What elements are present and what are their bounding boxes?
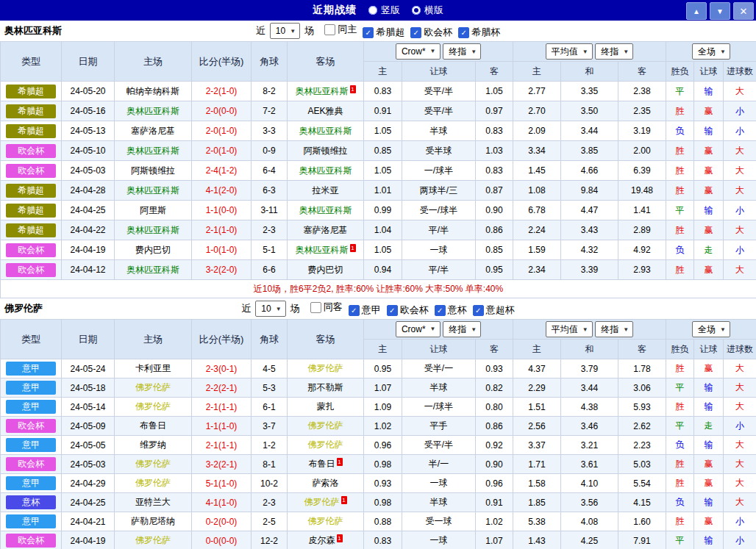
final-odds-select-2[interactable]: 终指 ▼	[595, 321, 633, 337]
away-odds-cell: 0.96	[476, 474, 513, 493]
odds-company-select[interactable]: Crow* ▼	[396, 43, 441, 60]
close-button[interactable]: ✕	[733, 2, 754, 20]
home-team-cell: 帕纳辛纳科斯	[115, 82, 192, 101]
league-cell: 意甲	[1, 359, 62, 378]
avg-away-cell: 5.54	[618, 474, 666, 493]
handicap-result-cell: 输	[694, 82, 724, 101]
col-date: 日期	[62, 42, 115, 82]
col-score: 比分(半场)	[192, 320, 252, 359]
move-down-button[interactable]: ▼	[710, 2, 730, 20]
handicap-cell: 半球	[402, 493, 476, 512]
avg-draw-cell: 3.79	[561, 359, 618, 378]
col-result: 胜负	[666, 340, 694, 359]
away-odds-cell: 0.83	[476, 161, 513, 181]
team-label: 佛罗伦萨	[135, 382, 171, 392]
col-home: 主场	[115, 42, 192, 82]
league-badge: 希腊超	[6, 124, 56, 138]
away-odds-cell: 1.07	[476, 531, 513, 549]
team-label: 奥林匹亚科斯	[126, 106, 179, 116]
layout-radio-horizontal[interactable]: 横版	[412, 4, 443, 17]
result-cell: 平	[666, 531, 694, 549]
final-odds-select[interactable]: 终指 ▼	[443, 321, 481, 337]
filter-checkbox[interactable]: ✓欧会杯	[410, 26, 452, 39]
match-row: 希腊超24-05-20帕纳辛纳科斯2-2(1-0)8-2奥林匹亚科斯10.83受…	[1, 82, 756, 101]
col-avg-home: 主	[513, 340, 561, 359]
match-row: 希腊超24-05-13塞萨洛尼基2-0(1-0)3-3奥林匹亚科斯1.05半球0…	[1, 121, 756, 141]
league-cell: 希腊超	[1, 220, 62, 240]
move-up-button[interactable]: ▲	[686, 2, 707, 20]
result-cell: 负	[666, 240, 694, 260]
col-handicap: 让球	[402, 62, 476, 82]
team-label: 费内巴切	[135, 245, 171, 255]
filter-checkbox[interactable]: ✓欧会杯	[387, 304, 429, 317]
match-row: 意杯24-04-25亚特兰大4-1(1-0)2-3佛罗伦萨10.98半球0.91…	[1, 493, 756, 512]
odds-company-value: Crow*	[402, 46, 426, 57]
team-label: 佛罗伦萨	[135, 478, 171, 488]
average-select[interactable]: 平均值 ▼	[546, 321, 593, 337]
filter-checkbox[interactable]: ✓意杯	[435, 304, 467, 317]
league-badge: 希腊超	[6, 223, 56, 237]
col-avg-draw: 和	[561, 340, 618, 359]
match-count-select[interactable]: 10 ▼	[270, 23, 300, 39]
filter-checkbox[interactable]: 同主	[324, 23, 357, 36]
scope-header-cell: 全场 ▼	[666, 320, 756, 340]
avg-draw-cell: 3.39	[561, 260, 618, 280]
handicap-result-cell: 赢	[694, 101, 724, 121]
filter-checkbox[interactable]: ✓希腊杯	[458, 26, 500, 39]
col-corner: 角球	[252, 320, 288, 359]
match-row: 意甲24-04-29佛罗伦萨5-1(1-0)10-2萨索洛0.93一球0.961…	[1, 474, 756, 493]
filter-checkbox[interactable]: ✓意甲	[349, 304, 381, 317]
scope-select[interactable]: 全场 ▼	[692, 321, 730, 337]
league-cell: 意甲	[1, 436, 62, 455]
league-badge: 意甲	[6, 438, 56, 452]
home-odds-cell: 0.96	[364, 436, 402, 455]
filter-checkbox[interactable]: 同客	[310, 301, 343, 314]
date-cell: 24-04-19	[62, 240, 115, 260]
filter-checkbox[interactable]: ✓希腊超	[363, 26, 404, 39]
team-label: 亚特兰大	[135, 497, 171, 507]
avg-away-cell: 4.15	[618, 493, 666, 512]
red-card-icon: 1	[350, 244, 356, 252]
corner-cell: 6-4	[252, 161, 288, 181]
team-label: 佛罗伦萨	[135, 401, 171, 412]
team-label: 佛罗伦萨	[308, 439, 343, 450]
team-label: 奥林匹亚科斯	[296, 245, 349, 255]
goals-result-cell: 小	[724, 240, 756, 260]
filter-checkbox[interactable]: ✓意超杯	[473, 304, 515, 317]
avg-away-cell: 1.60	[618, 512, 666, 531]
handicap-result-cell: 输	[694, 201, 724, 220]
match-row: 欧会杯24-04-19佛罗伦萨0-0(0-0)12-2皮尔森10.83一球1.0…	[1, 531, 756, 549]
home-team-cell: 阿里斯	[115, 201, 192, 220]
corner-cell: 8-1	[252, 455, 288, 474]
near-label: 近	[256, 24, 265, 37]
league-badge: 欧会杯	[6, 144, 56, 158]
avg-away-cell: 1.78	[618, 359, 666, 378]
final-odds-select-2[interactable]: 终指 ▼	[595, 43, 633, 60]
col-home: 主场	[115, 320, 192, 359]
match-count-select[interactable]: 10 ▼	[255, 301, 285, 317]
league-cell: 意杯	[1, 493, 62, 512]
league-cell: 意甲	[1, 474, 62, 493]
up-arrow-icon: ▲	[693, 7, 700, 15]
avg-home-cell: 1.43	[513, 531, 561, 549]
final-odds-select[interactable]: 终指 ▼	[443, 43, 481, 60]
corner-cell: 6-3	[252, 181, 288, 201]
red-card-icon: 1	[341, 496, 347, 504]
scope-select[interactable]: 全场 ▼	[692, 43, 730, 60]
layout-radio-vertical[interactable]: 竖版	[368, 4, 400, 17]
handicap-cell: 受平/半	[402, 436, 476, 455]
date-cell: 24-05-03	[62, 161, 115, 181]
league-cell: 欧会杯	[1, 531, 62, 549]
final-odds-value-2: 终指	[601, 46, 618, 58]
average-select[interactable]: 平均值 ▼	[546, 43, 593, 60]
away-team-cell: 奥林匹亚科斯1	[288, 82, 364, 101]
avg-away-cell: 4.92	[618, 240, 666, 260]
corner-cell: 6-1	[252, 398, 288, 417]
corner-cell: 2-5	[252, 512, 288, 531]
score-cell: 3-2(2-0)	[192, 260, 252, 280]
odds-company-select[interactable]: Crow* ▼	[396, 321, 441, 337]
handicap-result-cell: 输	[694, 493, 724, 512]
score-cell: 0-0(0-0)	[192, 531, 252, 549]
match-rows: 希腊超24-05-20帕纳辛纳科斯2-2(1-0)8-2奥林匹亚科斯10.83受…	[1, 82, 756, 280]
team-label: 帕纳辛纳科斯	[126, 86, 179, 96]
